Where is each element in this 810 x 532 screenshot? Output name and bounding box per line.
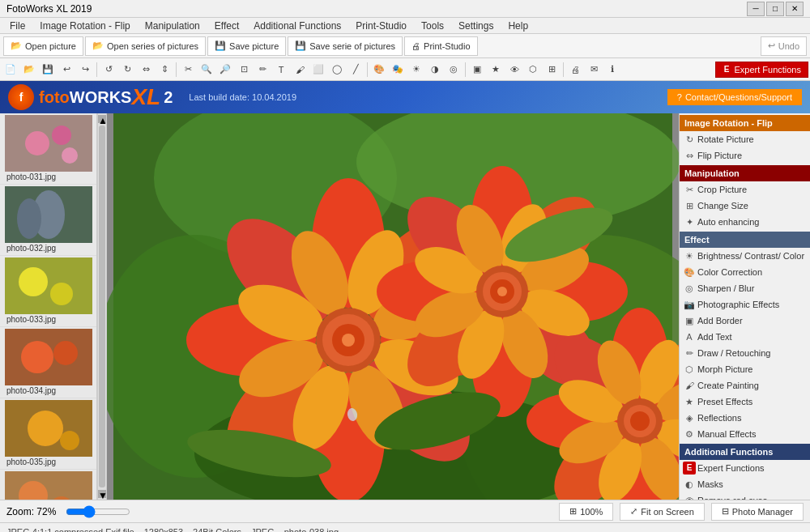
panel-item-flip-picture[interactable]: ⇔Flip Picture bbox=[680, 147, 810, 164]
open-icon-small[interactable]: 📂 bbox=[20, 61, 38, 79]
panel-item-draw-retouching[interactable]: ✏Draw / Retouching bbox=[680, 345, 810, 361]
sharpen-icon[interactable]: ◎ bbox=[445, 61, 463, 79]
save-icon-small[interactable]: 💾 bbox=[39, 61, 57, 79]
brush-icon[interactable]: 🖌 bbox=[291, 61, 309, 79]
canvas-scrollbar[interactable]: ▲ ▼ bbox=[97, 113, 107, 500]
panel-item-add-border[interactable]: ▣Add Border bbox=[680, 313, 810, 329]
panel-item-color-correction[interactable]: 🎨Color Correction bbox=[680, 264, 810, 280]
scroll-up-arrow[interactable]: ▲ bbox=[98, 115, 106, 123]
redo-icon-small[interactable]: ↪ bbox=[76, 61, 94, 79]
zoom-slider[interactable] bbox=[66, 505, 130, 518]
open-picture-button[interactable]: 📂 Open picture bbox=[3, 36, 83, 56]
panel-item-brightness-contrast-color[interactable]: ☀Brightness/ Contrast/ Color bbox=[680, 248, 810, 264]
panel-item-add-text[interactable]: AAdd Text bbox=[680, 329, 810, 345]
panel-item-auto-enhancing[interactable]: ✦Auto enhancing bbox=[680, 214, 810, 230]
panel-item-preset-effects[interactable]: ★Preset Effects bbox=[680, 394, 810, 410]
zoom-out-icon[interactable]: 🔎 bbox=[216, 61, 234, 79]
thumbnail-item[interactable]: photo-031.jpg bbox=[0, 113, 96, 185]
redeye-icon[interactable]: 👁 bbox=[505, 61, 523, 79]
new-icon[interactable]: 📄 bbox=[2, 61, 19, 79]
panel-item-reflections[interactable]: ◈Reflections bbox=[680, 410, 810, 426]
logo-foto: foto bbox=[39, 88, 70, 107]
menu-effect[interactable]: Effect bbox=[208, 19, 245, 33]
thumbnail-item[interactable]: photo-033.jpg bbox=[0, 256, 96, 327]
brightness-icon[interactable]: ☀ bbox=[407, 61, 425, 79]
thumbnail-panel: photo-031.jpg photo-032.jpg photo-033.jp… bbox=[0, 113, 97, 500]
eraser-icon[interactable]: ⬜ bbox=[309, 61, 327, 79]
info-icon[interactable]: ℹ bbox=[603, 61, 621, 79]
close-button[interactable]: ✕ bbox=[786, 2, 804, 16]
panel-item-label: Brightness/ Contrast/ Color bbox=[697, 249, 804, 262]
panel-item-rotate-picture[interactable]: ↻Rotate Picture bbox=[680, 131, 810, 147]
flip-h-icon[interactable]: ⇔ bbox=[137, 61, 155, 79]
status-type: JPEG bbox=[251, 527, 275, 533]
panel-item-create-painting[interactable]: 🖌Create Painting bbox=[680, 377, 810, 394]
menu-print-studio[interactable]: Print-Studio bbox=[349, 19, 413, 33]
rotate-right-icon[interactable]: ↻ bbox=[118, 61, 136, 79]
flip-v-icon[interactable]: ⇕ bbox=[156, 61, 173, 79]
fit-screen-button[interactable]: ⤢ Fit on Screen bbox=[620, 503, 704, 521]
panel-item-crop-picture[interactable]: ✂Crop Picture bbox=[680, 181, 810, 198]
color1-icon[interactable]: 🎨 bbox=[370, 61, 388, 79]
undo-button[interactable]: ↩ Undo bbox=[761, 36, 807, 56]
select-icon[interactable]: ⊡ bbox=[235, 61, 253, 79]
panel-item-icon: ⇔ bbox=[683, 149, 696, 162]
zoom-in-icon[interactable]: 🔍 bbox=[198, 61, 215, 79]
support-button[interactable]: ? Contact/Questions/Support bbox=[667, 89, 802, 105]
maximize-button[interactable]: □ bbox=[766, 2, 784, 16]
menu-settings[interactable]: Settings bbox=[452, 19, 500, 33]
thumbnail-item[interactable]: photo-034.jpg bbox=[0, 327, 96, 398]
shape-icon[interactable]: ◯ bbox=[328, 61, 346, 79]
save-serie-button[interactable]: 💾 Save serie of pictures bbox=[288, 36, 403, 56]
panel-item-remove-red-eyes[interactable]: 👁Remove red eyes bbox=[680, 492, 810, 500]
thumbnail-item[interactable]: photo-035.jpg bbox=[0, 398, 96, 470]
menu-manipulation[interactable]: Manipulation bbox=[139, 19, 207, 33]
panel-item-photographic-effects[interactable]: 📷Photographic Effects bbox=[680, 296, 810, 313]
menu-additional-functions[interactable]: Additional Functions bbox=[247, 19, 347, 33]
scroll-down-arrow[interactable]: ▼ bbox=[98, 490, 106, 498]
save-icon: 💾 bbox=[215, 40, 226, 51]
panel-item-expert-functions[interactable]: EExpert Functions bbox=[680, 460, 810, 476]
panel-item-label: Color Correction bbox=[697, 266, 762, 279]
panel-item-morph-picture[interactable]: ⬡Morph Picture bbox=[680, 361, 810, 377]
print-icon-small[interactable]: 🖨 bbox=[566, 61, 584, 79]
panel-item-icon: ✦ bbox=[683, 215, 696, 228]
save-picture-button[interactable]: 💾 Save picture bbox=[207, 36, 286, 56]
text-icon[interactable]: T bbox=[272, 61, 290, 79]
panel-item-label: Morph Picture bbox=[697, 363, 752, 376]
thumbnail-item[interactable]: photo-036.jpg bbox=[0, 470, 96, 500]
menu-image-rotation[interactable]: Image Rotation - Flip bbox=[33, 19, 136, 33]
photo-manager-button[interactable]: ⊟ Photo Manager bbox=[711, 503, 804, 521]
panel-item-change-size[interactable]: ⊞Change Size bbox=[680, 198, 810, 214]
collage-icon[interactable]: ⊞ bbox=[543, 61, 561, 79]
contrast-icon[interactable]: ◑ bbox=[426, 61, 444, 79]
expert-functions-button[interactable]: E Expert Functions bbox=[715, 62, 808, 78]
menu-file[interactable]: File bbox=[3, 19, 32, 33]
svg-point-12 bbox=[50, 283, 73, 305]
open-series-button[interactable]: 📂 Open series of pictures bbox=[85, 36, 206, 56]
crop-icon[interactable]: ✂ bbox=[179, 61, 197, 79]
morph-icon[interactable]: ⬡ bbox=[524, 61, 542, 79]
border-icon[interactable]: ▣ bbox=[468, 61, 486, 79]
panel-item-manual-effects[interactable]: ⚙Manual Effects bbox=[680, 426, 810, 442]
scroll-thumb[interactable] bbox=[99, 126, 105, 487]
thumbnail-label: photo-033.jpg bbox=[3, 314, 93, 325]
line-icon[interactable]: ╱ bbox=[347, 61, 364, 79]
panel-item-sharpen-blur[interactable]: ◎Sharpen / Blur bbox=[680, 280, 810, 296]
panel-item-masks[interactable]: ◐Masks bbox=[680, 476, 810, 492]
effect-icon[interactable]: ★ bbox=[487, 61, 505, 79]
mail-icon[interactable]: ✉ bbox=[585, 61, 603, 79]
menu-help[interactable]: Help bbox=[501, 19, 535, 33]
panel-item-icon: ☀ bbox=[683, 249, 696, 262]
minimize-button[interactable]: ─ bbox=[747, 2, 765, 16]
undo-icon-small[interactable]: ↩ bbox=[58, 61, 75, 79]
print-studio-button[interactable]: 🖨 Print-Studio bbox=[404, 36, 477, 56]
rotate-left-icon[interactable]: ↺ bbox=[100, 61, 117, 79]
zoom-bar: Zoom: 72% ⊞ 100% ⤢ Fit on Screen ⊟ Photo… bbox=[0, 500, 810, 522]
logo: f foto WORKS XL 2 Last build date: 10.04… bbox=[8, 84, 296, 110]
color2-icon[interactable]: 🎭 bbox=[389, 61, 407, 79]
draw-icon[interactable]: ✏ bbox=[254, 61, 271, 79]
zoom-100-button[interactable]: ⊞ 100% bbox=[559, 503, 613, 521]
thumbnail-item[interactable]: photo-032.jpg bbox=[0, 185, 96, 256]
menu-tools[interactable]: Tools bbox=[415, 19, 450, 33]
